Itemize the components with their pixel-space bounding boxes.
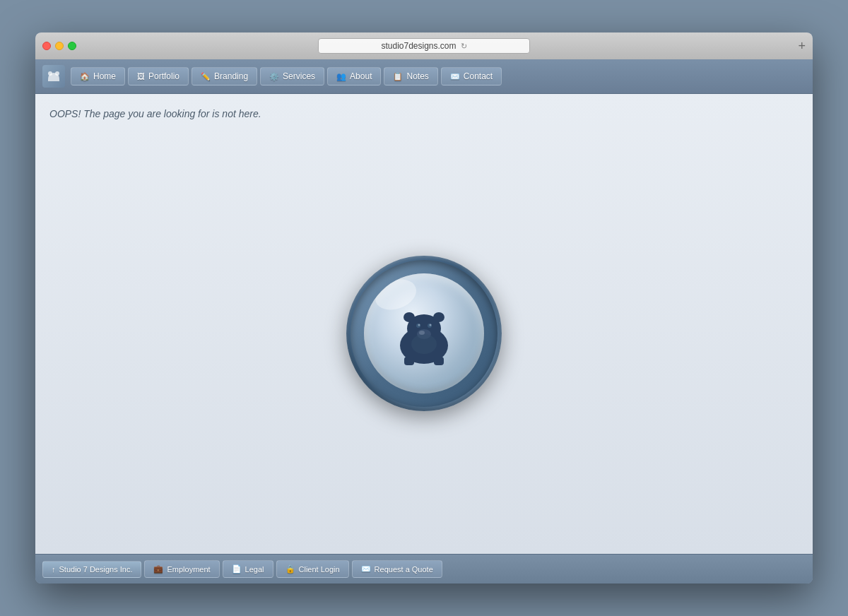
browser-window: studio7designs.com ↻ + 🏠 Home 🖼 Portfoli…: [35, 32, 813, 584]
footer-item-studio[interactable]: ↑ Studio 7 Designs Inc.: [42, 561, 141, 578]
nav-label-portfolio: Portfolio: [148, 71, 179, 81]
nav-item-contact[interactable]: ✉️ Contact: [441, 67, 502, 85]
notes-icon: 📋: [393, 72, 403, 81]
nav-label-contact: Contact: [464, 71, 493, 81]
legal-icon: 📄: [232, 564, 242, 574]
nav-label-services: Services: [283, 71, 315, 81]
lock-icon: 🔒: [285, 564, 295, 574]
nav-item-services[interactable]: ⚙️ Services: [260, 67, 324, 85]
nav-item-notes[interactable]: 📋 Notes: [384, 67, 437, 85]
contact-icon: ✉️: [450, 72, 460, 81]
quote-icon: ✉️: [361, 564, 371, 574]
minimize-button[interactable]: [55, 42, 64, 50]
svg-point-10: [430, 324, 432, 326]
svg-rect-11: [404, 357, 414, 365]
new-tab-button[interactable]: +: [798, 39, 806, 54]
bear-circle-container: [346, 126, 502, 540]
footer-item-client-login[interactable]: 🔒 Client Login: [276, 560, 349, 578]
bear-icon: [385, 302, 463, 365]
footer: ↑ Studio 7 Designs Inc. 💼 Employment 📄 L…: [35, 554, 813, 584]
svg-point-13: [411, 334, 437, 354]
footer-item-quote[interactable]: ✉️ Request a Quote: [352, 560, 442, 578]
home-icon: 🏠: [80, 72, 90, 81]
svg-point-0: [48, 71, 52, 76]
url-bar[interactable]: studio7designs.com ↻: [318, 38, 530, 54]
studio-icon: ↑: [52, 565, 56, 574]
main-content: OOPS! The page you are looking for is no…: [35, 94, 813, 554]
nav-item-portfolio[interactable]: 🖼 Portfolio: [128, 67, 189, 85]
footer-label-employment: Employment: [167, 565, 210, 574]
nav-label-branding: Branding: [214, 71, 248, 81]
nav-item-branding[interactable]: ✏️ Branding: [192, 67, 257, 85]
footer-label-client-login: Client Login: [299, 565, 340, 574]
svg-rect-12: [434, 357, 444, 365]
employment-icon: 💼: [153, 564, 163, 574]
nav-item-about[interactable]: 👥 About: [327, 67, 381, 85]
traffic-lights: [42, 42, 76, 50]
footer-item-employment[interactable]: 💼 Employment: [144, 560, 219, 578]
svg-point-1: [55, 71, 59, 76]
about-icon: 👥: [336, 72, 346, 81]
branding-icon: ✏️: [201, 72, 211, 81]
bear-circle-outer: [346, 256, 502, 411]
svg-point-5: [433, 312, 444, 322]
error-message: OOPS! The page you are looking for is no…: [49, 108, 261, 119]
footer-label-quote: Request a Quote: [375, 565, 433, 574]
svg-point-4: [404, 312, 415, 322]
nav-logo[interactable]: [42, 65, 65, 88]
footer-label-legal: Legal: [245, 565, 264, 574]
nav-label-about: About: [350, 71, 372, 81]
portfolio-icon: 🖼: [137, 72, 145, 81]
nav-item-home[interactable]: 🏠 Home: [71, 67, 125, 85]
nav-label-notes: Notes: [406, 71, 428, 81]
maximize-button[interactable]: [68, 42, 76, 50]
titlebar: studio7designs.com ↻ +: [35, 32, 813, 59]
svg-point-14: [419, 331, 425, 335]
nav-label-home: Home: [93, 71, 116, 81]
refresh-icon[interactable]: ↻: [461, 42, 467, 51]
svg-point-9: [418, 324, 420, 326]
services-icon: ⚙️: [269, 72, 279, 81]
close-button[interactable]: [42, 42, 51, 50]
bear-logo-icon: [47, 70, 61, 83]
footer-item-legal[interactable]: 📄 Legal: [223, 560, 273, 578]
navbar: 🏠 Home 🖼 Portfolio ✏️ Branding ⚙️ Servic…: [35, 59, 813, 94]
url-text: studio7designs.com: [381, 41, 456, 51]
footer-label-studio: Studio 7 Designs Inc.: [59, 565, 133, 574]
content-area: 🏠 Home 🖼 Portfolio ✏️ Branding ⚙️ Servic…: [35, 59, 813, 584]
bear-circle-inner: [364, 273, 484, 393]
